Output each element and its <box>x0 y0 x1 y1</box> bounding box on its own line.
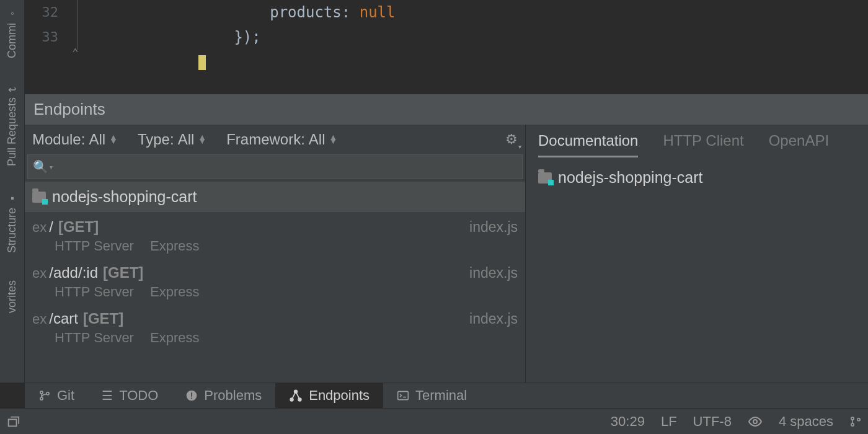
branch-icon[interactable] <box>849 415 862 428</box>
svg-rect-10 <box>9 419 17 426</box>
fold-end-icon[interactable]: ⌃ <box>72 43 79 63</box>
settings-button[interactable]: ⚙▾ <box>505 131 518 148</box>
folder-icon <box>32 192 46 203</box>
commit-icon: ◦ <box>7 9 17 20</box>
line-number: 33 <box>25 25 71 48</box>
endpoint-list: ex / [GET] index.js HTTP Server Express … <box>25 212 525 383</box>
tab-label: TODO <box>119 388 158 404</box>
sort-icon: ▲▼ <box>198 136 206 143</box>
tab-label: Problems <box>204 388 262 404</box>
rail-structure[interactable]: Structure ▪ <box>6 187 19 259</box>
terminal-icon <box>397 389 409 402</box>
endpoint-item[interactable]: ex /cart [GET] index.js HTTP Server Expr… <box>25 304 525 350</box>
rail-pull-requests[interactable]: Pull Requests ↩ <box>6 79 19 172</box>
endpoint-file: index.js <box>469 265 518 281</box>
search-input[interactable] <box>58 159 517 175</box>
chevron-down-icon: ▾ <box>518 143 521 150</box>
alert-icon <box>185 389 198 402</box>
tab-openapi[interactable]: OpenAPI <box>769 132 829 157</box>
line-ending[interactable]: LF <box>661 414 677 430</box>
project-name: nodejs-shopping-cart <box>52 188 197 206</box>
endpoint-path: /add/:id <box>49 264 98 281</box>
pull-request-icon: ↩ <box>8 84 16 95</box>
chevron-down-icon[interactable]: ▾ <box>50 164 53 170</box>
endpoint-prefix: ex <box>32 265 46 281</box>
svg-rect-5 <box>191 397 192 399</box>
tab-git[interactable]: Git <box>25 383 88 408</box>
endpoint-prefix: ex <box>32 311 46 327</box>
doc-project-name: nodejs-shopping-cart <box>558 169 702 187</box>
rail-commit[interactable]: Commi ◦ <box>6 2 19 64</box>
folder-icon <box>538 172 552 184</box>
filter-value: All <box>309 131 326 148</box>
endpoint-method: [GET] <box>58 218 99 236</box>
endpoint-subtitle: HTTP Server Express <box>32 327 518 346</box>
tab-endpoints[interactable]: Endpoints <box>275 383 383 408</box>
tab-label: Git <box>57 388 74 404</box>
tab-label: Endpoints <box>309 388 370 404</box>
svg-point-2 <box>46 392 49 395</box>
svg-point-13 <box>851 423 854 425</box>
doc-tabs: Documentation HTTP Client OpenAPI <box>526 125 868 157</box>
endpoint-file: index.js <box>469 311 518 327</box>
endpoint-item[interactable]: ex /add/:id [GET] index.js HTTP Server E… <box>25 258 525 304</box>
svg-point-11 <box>753 420 757 423</box>
indent-setting[interactable]: 4 spaces <box>779 414 833 430</box>
endpoints-list-column: Module: All ▲▼ Type: All ▲▼ Framework: A… <box>25 125 526 383</box>
tab-problems[interactable]: Problems <box>172 383 275 408</box>
svg-point-0 <box>40 391 43 394</box>
filter-label: Framework: <box>226 131 305 148</box>
code-text <box>126 50 206 75</box>
type-filter[interactable]: Type: All ▲▼ <box>138 131 206 148</box>
read-only-icon[interactable] <box>748 414 763 429</box>
project-group-row[interactable]: nodejs-shopping-cart <box>25 182 525 212</box>
module-filter[interactable]: Module: All ▲▼ <box>32 131 118 148</box>
filter-value: All <box>178 131 195 148</box>
endpoint-path: /cart <box>49 310 78 327</box>
tab-http-client[interactable]: HTTP Client <box>663 132 743 157</box>
svg-rect-9 <box>398 391 409 399</box>
gear-icon: ⚙ <box>505 131 518 147</box>
tab-terminal[interactable]: Terminal <box>383 383 480 408</box>
file-encoding[interactable]: UTF-8 <box>693 414 732 430</box>
endpoint-subtitle: HTTP Server Express <box>32 236 518 254</box>
endpoint-file: index.js <box>469 219 518 236</box>
line-number: 32 <box>25 1 71 24</box>
endpoint-item[interactable]: ex / [GET] index.js HTTP Server Express <box>25 212 525 258</box>
panel-title: Endpoints <box>25 94 868 125</box>
svg-point-14 <box>857 418 860 420</box>
code-line[interactable]: 33 ⌃ }); <box>25 25 868 50</box>
caret-icon <box>198 55 206 70</box>
endpoint-prefix: ex <box>32 219 46 236</box>
left-tool-rail: Commi ◦ Pull Requests ↩ Structure ▪ vori… <box>0 0 25 383</box>
cursor-position[interactable]: 30:29 <box>611 414 645 430</box>
tab-label: Terminal <box>415 388 467 404</box>
endpoint-method: [GET] <box>83 310 123 327</box>
search-row[interactable]: 🔍 ▾ <box>27 154 523 179</box>
code-editor[interactable]: 32 products: null 33 ⌃ }); <box>25 0 868 68</box>
list-icon: ☰ <box>102 388 113 403</box>
svg-point-1 <box>40 397 43 400</box>
window-stack-icon[interactable] <box>6 415 20 428</box>
sort-icon: ▲▼ <box>109 136 118 143</box>
rail-label: Pull Requests <box>6 97 19 166</box>
tab-documentation[interactable]: Documentation <box>538 132 638 157</box>
code-text: }); <box>126 25 261 50</box>
filter-label: Module: <box>32 131 85 148</box>
endpoints-panel: Endpoints Module: All ▲▼ Type: All ▲▼ Fr… <box>25 94 868 383</box>
endpoint-method: [GET] <box>103 264 143 281</box>
framework-filter[interactable]: Framework: All ▲▼ <box>226 131 337 148</box>
svg-rect-4 <box>191 392 192 397</box>
rail-label: Structure <box>6 208 19 253</box>
code-line[interactable] <box>25 50 868 74</box>
filters-row: Module: All ▲▼ Type: All ▲▼ Framework: A… <box>25 125 525 154</box>
tab-todo[interactable]: ☰ TODO <box>88 383 172 408</box>
rail-favorites[interactable]: vorites <box>6 274 19 319</box>
code-text: products: null <box>126 0 395 25</box>
search-icon: 🔍 <box>33 159 48 174</box>
code-line[interactable]: 32 products: null <box>25 0 868 25</box>
rail-label: vorites <box>6 280 19 313</box>
graph-icon <box>289 389 303 402</box>
status-bar: 30:29 LF UTF-8 4 spaces <box>0 408 868 434</box>
documentation-column: Documentation HTTP Client OpenAPI nodejs… <box>526 125 868 383</box>
